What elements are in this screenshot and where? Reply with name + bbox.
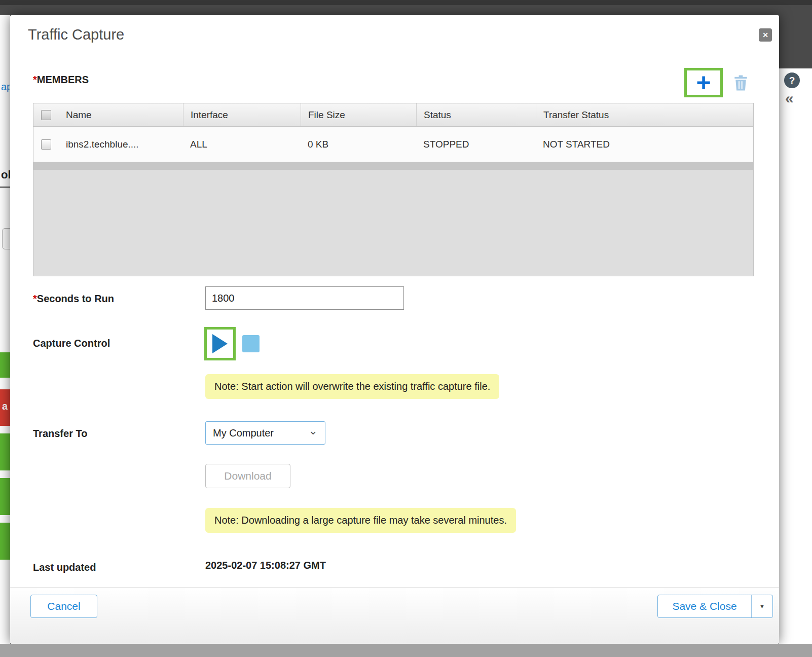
- save-close-caret-icon[interactable]: ▼: [751, 595, 772, 617]
- cancel-button[interactable]: Cancel: [30, 595, 97, 618]
- download-note: Note: Downloading a large capture file m…: [205, 508, 516, 533]
- screen: ap ol a ? « Traffic Capture ✕ *MEMBERS +: [0, 0, 812, 657]
- background-tab-underline: [0, 187, 10, 188]
- cell-status: STOPPED: [416, 127, 536, 162]
- seconds-to-run-label: *Seconds to Run: [33, 293, 114, 305]
- members-label-text: MEMBERS: [37, 74, 89, 85]
- horizontal-scrollbar[interactable]: [33, 162, 753, 170]
- required-asterisk: *: [33, 293, 37, 304]
- row-checkbox[interactable]: [41, 139, 51, 150]
- add-member-button[interactable]: +: [696, 71, 711, 94]
- last-updated-value: 2025-02-07 15:08:27 GMT: [205, 560, 326, 571]
- cell-transfer-status: NOT STARTED: [536, 127, 753, 162]
- column-header-interface[interactable]: Interface: [183, 103, 301, 126]
- last-updated-label: Last updated: [33, 562, 96, 573]
- traffic-capture-dialog: Traffic Capture ✕ *MEMBERS + Name Interf…: [10, 15, 779, 644]
- select-all-checkbox[interactable]: [41, 110, 51, 120]
- stop-icon[interactable]: [242, 335, 260, 352]
- delete-member-button[interactable]: [734, 75, 748, 93]
- background-page-strip: ap ol a: [0, 15, 10, 644]
- collapse-panel-icon[interactable]: «: [785, 90, 794, 107]
- members-table-header: Name Interface File Size Status Transfer…: [33, 103, 753, 127]
- background-red-badge: a: [0, 389, 10, 426]
- transfer-to-label: Transfer To: [33, 428, 87, 440]
- seconds-to-run-label-text: Seconds to Run: [37, 293, 114, 304]
- column-header-transfer-status[interactable]: Transfer Status: [536, 103, 753, 126]
- help-side-panel: ? «: [779, 68, 812, 644]
- dialog-title: Traffic Capture: [28, 26, 124, 43]
- members-section-label: *MEMBERS: [33, 74, 89, 86]
- browser-top-strip: [0, 0, 812, 5]
- table-row[interactable]: ibns2.techblue.... ALL 0 KB STOPPED NOT …: [33, 127, 753, 162]
- start-note: Note: Start action will overwrite the ex…: [205, 374, 499, 399]
- play-icon[interactable]: [212, 334, 228, 353]
- save-close-label: Save & Close: [658, 595, 751, 617]
- capture-control-label: Capture Control: [33, 338, 110, 349]
- transfer-to-select[interactable]: My Computer ⌄: [205, 421, 325, 445]
- dialog-footer: Cancel Save & Close ▼: [10, 587, 779, 644]
- column-header-status[interactable]: Status: [416, 103, 536, 126]
- annotation-highlight-play: [204, 327, 236, 360]
- background-green-bar: [0, 478, 10, 515]
- chevron-down-icon: ⌄: [309, 420, 318, 442]
- background-green-bar: [0, 352, 10, 378]
- background-tab-fragment: ol: [1, 168, 10, 181]
- bottom-strip: [0, 644, 812, 657]
- cell-file-size: 0 KB: [301, 127, 416, 162]
- background-green-bar: [0, 523, 10, 560]
- background-link-fragment: ap: [1, 81, 10, 93]
- trash-icon: [734, 75, 748, 91]
- cell-interface: ALL: [183, 127, 301, 162]
- close-icon[interactable]: ✕: [759, 28, 772, 42]
- annotation-highlight-add: +: [684, 68, 723, 97]
- cell-name: ibns2.techblue....: [59, 127, 183, 162]
- column-header-file-size[interactable]: File Size: [301, 103, 416, 126]
- column-header-name[interactable]: Name: [59, 103, 183, 126]
- download-button[interactable]: Download: [205, 464, 290, 488]
- save-close-button[interactable]: Save & Close ▼: [657, 595, 773, 618]
- help-icon[interactable]: ?: [784, 72, 800, 88]
- background-button-fragment: [2, 228, 10, 249]
- transfer-to-value: My Computer: [213, 427, 274, 439]
- required-asterisk: *: [33, 74, 37, 85]
- background-green-bar: [0, 433, 10, 470]
- members-table: Name Interface File Size Status Transfer…: [33, 103, 754, 276]
- seconds-to-run-input[interactable]: [205, 286, 404, 310]
